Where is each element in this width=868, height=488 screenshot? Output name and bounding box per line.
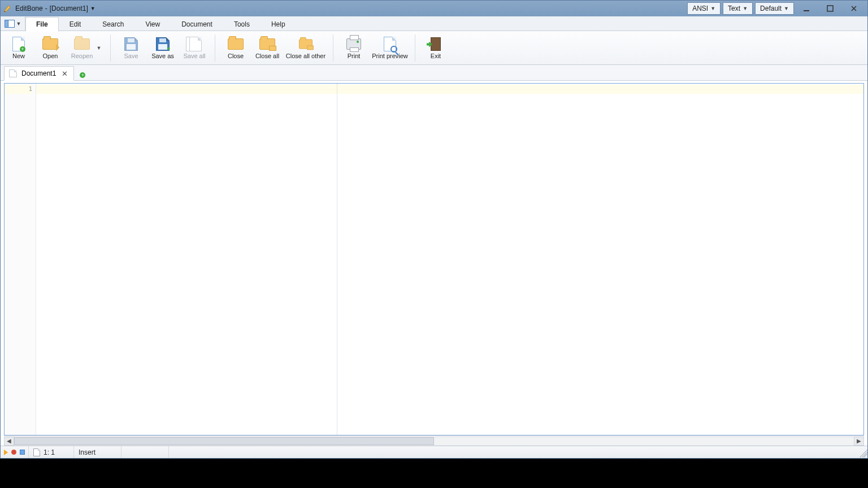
caret-down-icon: ▼ bbox=[710, 6, 715, 11]
exit-icon bbox=[427, 37, 444, 51]
cursor-position-text: 1: 1 bbox=[44, 448, 55, 456]
ribbon-exit[interactable]: Exit bbox=[420, 32, 452, 64]
ribbon-closeallother[interactable]: Close all other bbox=[283, 32, 328, 64]
right-margin-guide bbox=[337, 84, 337, 435]
status-insert-mode[interactable]: Insert bbox=[74, 446, 121, 458]
menu-document[interactable]: Document bbox=[171, 16, 223, 31]
ribbon-close[interactable]: Close bbox=[220, 32, 251, 64]
minimize-button[interactable] bbox=[795, 2, 818, 15]
ribbon-closeall[interactable]: Close all bbox=[251, 32, 283, 64]
scroll-left-button[interactable]: ◀ bbox=[4, 437, 14, 446]
document-icon bbox=[33, 448, 40, 456]
tab-close-button[interactable]: ✕ bbox=[60, 69, 69, 78]
layout-view-dropdown[interactable]: ▼ bbox=[1, 16, 25, 30]
save-all-icon bbox=[186, 37, 203, 51]
close-button[interactable] bbox=[843, 2, 865, 15]
macro-play-icon[interactable] bbox=[4, 450, 8, 455]
caret-down-icon: ▼ bbox=[743, 6, 748, 11]
horizontal-scrollbar[interactable]: ◀ ▶ bbox=[4, 435, 864, 446]
ribbon-saveall[interactable]: Save all bbox=[179, 32, 210, 64]
macro-controls bbox=[1, 446, 29, 458]
menu-row: ▼ File Edit Search View Document Tools H… bbox=[1, 16, 867, 31]
app-icon bbox=[3, 4, 12, 13]
svg-rect-0 bbox=[804, 10, 809, 11]
document-tab-label: Document1 bbox=[21, 69, 56, 77]
editor-container: 1 ◀ ▶ bbox=[1, 81, 867, 446]
minimize-icon bbox=[803, 5, 810, 12]
insert-mode-text: Insert bbox=[79, 448, 96, 456]
filetype-dropdown[interactable]: Text▼ bbox=[723, 2, 753, 15]
encoding-dropdown[interactable]: ANSI▼ bbox=[687, 2, 721, 15]
ribbon-open[interactable]: Open bbox=[34, 32, 66, 64]
close-icon bbox=[850, 5, 857, 12]
reopen-dropdown[interactable]: ▼ bbox=[96, 45, 102, 51]
save-icon bbox=[123, 37, 140, 51]
menu-file[interactable]: File bbox=[25, 17, 59, 32]
macro-record-icon[interactable] bbox=[11, 450, 16, 455]
document-tab[interactable]: Document1 ✕ bbox=[4, 66, 74, 81]
app-window: EditBone - [Document1] ▼ ANSI▼ Text▼ Def… bbox=[0, 0, 868, 459]
menu-help[interactable]: Help bbox=[261, 16, 296, 31]
current-doc-text: [Document1] bbox=[50, 5, 88, 12]
status-position: 1: 1 bbox=[29, 446, 74, 458]
print-preview-icon bbox=[381, 37, 398, 51]
close-folder-icon bbox=[227, 37, 244, 51]
window-title[interactable]: EditBone - [Document1] ▼ bbox=[15, 5, 96, 12]
line-number: 1 bbox=[5, 85, 32, 94]
ribbon-saveas[interactable]: Save as bbox=[147, 32, 179, 64]
maximize-icon bbox=[827, 5, 834, 12]
status-empty-1 bbox=[121, 446, 169, 458]
separator bbox=[215, 34, 215, 62]
current-line-highlight bbox=[36, 85, 863, 94]
separator bbox=[333, 34, 333, 62]
caret-down-icon: ▼ bbox=[97, 45, 102, 51]
highlighter-dropdown[interactable]: Default▼ bbox=[755, 2, 794, 15]
scroll-thumb[interactable] bbox=[14, 437, 434, 445]
menu-edit[interactable]: Edit bbox=[59, 16, 92, 31]
editor-text-area[interactable] bbox=[36, 84, 863, 435]
ribbon-reopen[interactable]: Reopen bbox=[66, 32, 98, 64]
text-editor[interactable]: 1 bbox=[4, 83, 864, 435]
ribbon-file: + New Open Reopen ▼ Save Save as Save al… bbox=[1, 31, 867, 65]
save-as-icon bbox=[154, 37, 171, 51]
scroll-track[interactable] bbox=[14, 437, 854, 446]
menu-view[interactable]: View bbox=[134, 16, 171, 31]
ribbon-new[interactable]: + New bbox=[3, 32, 34, 64]
line-number-gutter: 1 bbox=[5, 84, 36, 435]
menu-tabs: File Edit Search View Document Tools Hel… bbox=[25, 16, 296, 31]
maximize-button[interactable] bbox=[819, 2, 841, 15]
open-folder-icon bbox=[42, 37, 59, 51]
svg-rect-1 bbox=[827, 6, 833, 11]
status-bar: 1: 1 Insert bbox=[1, 446, 867, 458]
printer-icon bbox=[345, 37, 362, 51]
status-spacer bbox=[169, 446, 857, 458]
scroll-right-button[interactable]: ▶ bbox=[854, 437, 864, 446]
caret-down-icon: ▼ bbox=[784, 6, 789, 11]
caret-down-icon: ▼ bbox=[16, 21, 21, 27]
close-all-icon bbox=[259, 37, 276, 51]
menu-tools[interactable]: Tools bbox=[223, 16, 261, 31]
close-all-other-icon bbox=[297, 37, 314, 51]
reopen-folder-icon bbox=[73, 37, 90, 51]
ribbon-printpreview[interactable]: Print preview bbox=[370, 32, 410, 64]
separator bbox=[415, 34, 415, 62]
caret-down-icon: ▼ bbox=[90, 6, 96, 11]
ribbon-save[interactable]: Save bbox=[115, 32, 147, 64]
new-document-tab-button[interactable]: + bbox=[77, 67, 90, 79]
new-document-icon: + bbox=[10, 37, 27, 51]
document-icon bbox=[9, 69, 17, 77]
menu-search[interactable]: Search bbox=[92, 16, 134, 31]
ribbon-print[interactable]: Print bbox=[338, 32, 370, 64]
separator bbox=[110, 34, 111, 62]
title-bar: EditBone - [Document1] ▼ ANSI▼ Text▼ Def… bbox=[1, 1, 867, 16]
resize-grip[interactable] bbox=[857, 447, 867, 457]
document-tab-bar: Document1 ✕ + bbox=[1, 65, 867, 81]
macro-stop-icon[interactable] bbox=[20, 450, 25, 455]
layout-icon bbox=[5, 20, 15, 28]
app-name-text: EditBone bbox=[15, 5, 43, 12]
